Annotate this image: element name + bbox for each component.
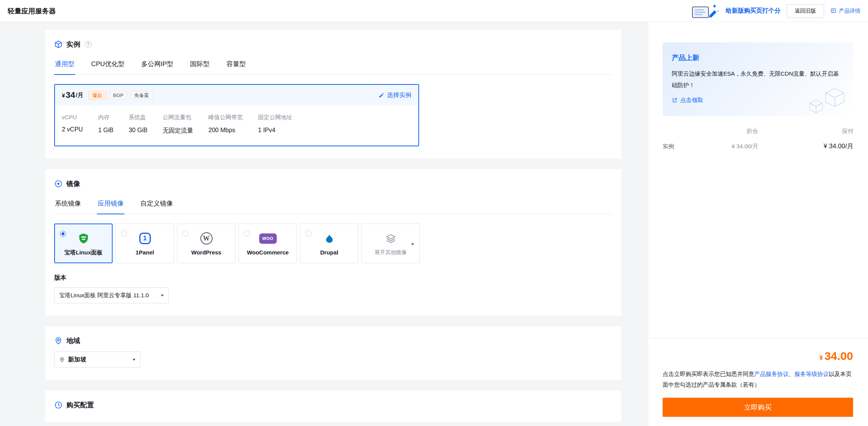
pin-icon	[54, 337, 63, 345]
return-old-version-button[interactable]: 返回旧版	[787, 4, 824, 18]
agreement-prefix: 点击立即购买即表示您已知悉并同意	[663, 371, 754, 377]
spec-memory: 内存 1 GiB	[98, 114, 113, 135]
purchase-config-card: 购买配置	[45, 390, 621, 422]
image-card: 镜像 系统镜像 应用镜像 自定义镜像	[45, 169, 621, 316]
survey-illustration	[691, 2, 720, 20]
wordpress-icon: W	[200, 232, 213, 245]
choose-instance-link[interactable]: 选择实例	[379, 91, 411, 99]
plan-specs: vCPU 2 vCPU 内存 1 GiB 系统盘 30 GiB 公网流量包	[55, 105, 418, 146]
product-service-agreement-link[interactable]: 产品服务协议	[754, 371, 789, 377]
total-currency: ¥	[820, 355, 823, 361]
image-option-label: 宝塔Linux面板	[65, 249, 103, 256]
footer-divider	[648, 338, 868, 338]
expand-other-images[interactable]: 展开其他镜像	[361, 224, 420, 263]
total-price: ¥34.00	[663, 350, 853, 363]
tab-system-image[interactable]: 系统镜像	[54, 198, 82, 214]
image-option-baota[interactable]: 宝塔Linux面板	[54, 224, 113, 263]
spec-system-disk: 系统盘 30 GiB	[129, 114, 147, 135]
col-payable: 应付	[758, 128, 853, 135]
instance-card-head: 实例 ?	[54, 40, 612, 49]
spec-bandwidth: 峰值公网带宽 200 Mbps	[208, 114, 243, 135]
header-actions: 给新版购买页打个分 返回旧版 产品详情	[691, 2, 860, 20]
tab-international[interactable]: 国际型	[189, 58, 210, 75]
promo-card: 产品上新 阿里云边缘安全加速ESA，永久免费、无限CDN流量、默认开启基础防护！…	[663, 42, 853, 116]
instance-card: 实例 ? 通用型 CPU优化型 多公网IP型 国际型 容量型 ¥ 34 /月 爆…	[45, 30, 621, 159]
version-select[interactable]: 宝塔Linux面板 阿里云专享版 11.1.0	[54, 287, 169, 303]
plan-head: ¥ 34 /月 爆款 BGP 免备案 选择实例	[55, 85, 418, 105]
plan-per-unit: /月	[76, 92, 83, 99]
image-option-wordpress[interactable]: W WordPress	[177, 224, 236, 263]
price-summary: 折合 应付 实例 ¥ 34.00/月 ¥ 34.00/月	[663, 128, 853, 151]
spec-traffic-package: 公网流量包 无固定流量	[163, 114, 193, 135]
order-sidebar: 产品上新 阿里云边缘安全加速ESA，永久免费、无限CDN流量、默认开启基础防护！…	[648, 22, 868, 426]
summary-converted-price: ¥ 34.00/月	[693, 143, 758, 150]
image-options: 宝塔Linux面板 1 1Panel W Wor	[54, 224, 612, 263]
spec-vcpu: vCPU 2 vCPU	[62, 114, 83, 135]
edit-icon	[379, 92, 384, 98]
region-value: 新加坡	[68, 356, 129, 364]
radio-button[interactable]	[244, 230, 250, 236]
image-option-label: 展开其他镜像	[375, 249, 407, 256]
summary-row-instance: 实例 ¥ 34.00/月 ¥ 34.00/月	[663, 142, 853, 151]
woocommerce-icon: WOO	[259, 233, 277, 244]
version-label: 版本	[54, 274, 612, 282]
plan-price: 34	[65, 90, 76, 100]
tab-general[interactable]: 通用型	[54, 58, 75, 75]
page-header: 轻量应用服务器 给新版购买页打个分 返回旧版 产品详情	[0, 0, 868, 22]
purchase-config-title: 购买配置	[66, 400, 94, 410]
content: 实例 ? 通用型 CPU优化型 多公网IP型 国际型 容量型 ¥ 34 /月 爆…	[0, 22, 868, 426]
radio-button[interactable]	[305, 230, 311, 236]
buy-now-button[interactable]: 立即购买	[663, 398, 853, 417]
document-icon	[830, 8, 837, 14]
choose-instance-label: 选择实例	[387, 91, 411, 99]
selected-plan-box[interactable]: ¥ 34 /月 爆款 BGP 免备案 选择实例	[54, 84, 419, 146]
radio-button[interactable]	[182, 230, 189, 236]
region-card-head: 地域	[54, 336, 612, 345]
agreement-text: 点击立即购买即表示您已知悉并同意产品服务协议、服务等级协议以及本页面中您勾选过的…	[663, 369, 853, 390]
instance-type-tabs: 通用型 CPU优化型 多公网IP型 国际型 容量型	[54, 58, 612, 75]
chevron-down-icon	[411, 243, 414, 247]
chevron-down-icon	[161, 295, 164, 298]
summary-item-name: 实例	[663, 143, 693, 150]
tab-cpu-optimized[interactable]: CPU优化型	[90, 58, 125, 75]
layers-icon	[386, 233, 396, 243]
sla-link[interactable]: 服务等级协议	[794, 371, 829, 377]
tab-custom-image[interactable]: 自定义镜像	[140, 198, 174, 214]
bgp-badge: BGP	[109, 91, 127, 100]
help-icon[interactable]: ?	[85, 41, 92, 48]
tab-app-image[interactable]: 应用镜像	[97, 198, 124, 214]
summary-payable-price: ¥ 34.00/月	[758, 142, 853, 151]
tab-multi-public-ip[interactable]: 多公网IP型	[140, 58, 174, 75]
region-card: 地域 新加坡	[45, 326, 621, 380]
spec-public-ip: 固定公网地址 1 IPv4	[258, 114, 292, 135]
image-option-woocommerce[interactable]: WOO WooCommerce	[239, 224, 297, 263]
image-option-drupal[interactable]: Drupal	[300, 224, 358, 263]
tab-capacity[interactable]: 容量型	[226, 58, 247, 75]
instance-card-title: 实例	[66, 40, 80, 49]
drupal-icon	[324, 233, 334, 244]
image-option-label: WordPress	[191, 249, 221, 256]
promo-text: 阿里云边缘安全加速ESA，永久免费、无限CDN流量、默认开启基础防护！	[672, 68, 844, 91]
radio-button[interactable]	[121, 230, 127, 236]
main-column: 实例 ? 通用型 CPU优化型 多公网IP型 国际型 容量型 ¥ 34 /月 爆…	[0, 22, 648, 426]
radio-button[interactable]	[60, 231, 66, 237]
page-title: 轻量应用服务器	[8, 6, 56, 16]
product-details-link[interactable]: 产品详情	[830, 8, 860, 15]
no-icp-badge: 免备案	[130, 91, 153, 100]
col-converted: 折合	[693, 128, 758, 135]
image-option-1panel[interactable]: 1 1Panel	[116, 224, 174, 263]
image-card-title: 镜像	[66, 179, 80, 188]
region-card-title: 地域	[66, 336, 80, 345]
image-option-label: WooCommerce	[247, 249, 289, 256]
clock-icon	[54, 401, 63, 409]
order-footer: ¥34.00 点击立即购买即表示您已知悉并同意产品服务协议、服务等级协议以及本页…	[663, 338, 853, 417]
region-select[interactable]: 新加坡	[54, 351, 140, 368]
product-details-label: 产品详情	[839, 8, 860, 15]
location-icon	[59, 357, 65, 363]
image-card-head: 镜像	[54, 179, 612, 188]
agreement-separator: 、	[789, 371, 794, 377]
rate-new-page-link[interactable]: 给新版购买页打个分	[726, 7, 781, 15]
claim-link[interactable]: 点击领取	[672, 97, 703, 104]
image-tabs: 系统镜像 应用镜像 自定义镜像	[54, 198, 612, 214]
external-link-icon	[672, 97, 678, 103]
